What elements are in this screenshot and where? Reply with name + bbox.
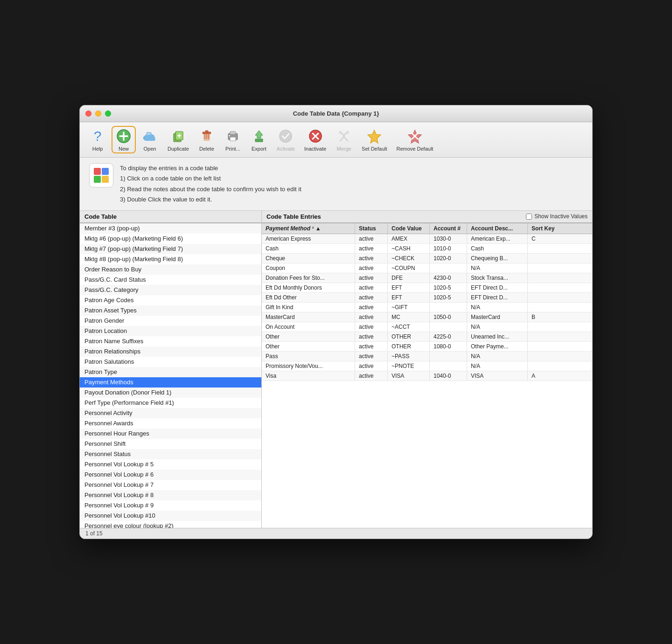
table-body[interactable]: American ExpressactiveAMEX1030-0American… <box>262 234 592 528</box>
list-item[interactable]: Personnel Vol Lookup # 8 <box>80 490 261 500</box>
inactivate-label: Inactivate <box>304 146 326 152</box>
list-item[interactable]: Patron Age Codes <box>80 295 261 305</box>
show-inactive-container: Show Inactive Values <box>526 213 588 220</box>
list-item[interactable]: Personnel eye colour (lookup #2) <box>80 521 261 528</box>
list-item[interactable]: Perf Type (Performance Field #1) <box>80 398 261 408</box>
list-item[interactable]: Pass/G.C. Card Status <box>80 275 261 285</box>
column-header-3[interactable]: Account # <box>430 223 467 234</box>
table-row[interactable]: MasterCardactiveMC1050-0MasterCardB <box>262 312 592 322</box>
list-item[interactable]: Personnel Vol Lookup # 5 <box>80 459 261 470</box>
open-label: Open <box>144 146 156 152</box>
list-item[interactable]: Patron Salutations <box>80 357 261 367</box>
table-row[interactable]: OtheractiveOTHER1080-0Other Payme... <box>262 342 592 352</box>
close-button[interactable] <box>85 111 91 117</box>
export-button[interactable]: Export <box>247 126 271 153</box>
table-row[interactable]: Passactive~PASSN/A <box>262 352 592 361</box>
table-cell <box>528 244 560 253</box>
list-item[interactable]: Personnel Vol Lookup #10 <box>80 511 261 521</box>
svg-rect-29 <box>94 168 101 175</box>
info-section: To display the entries in a code table 1… <box>80 158 592 210</box>
new-icon <box>115 128 132 145</box>
list-item[interactable]: Patron Name Suffixes <box>80 336 261 346</box>
right-header-title: Code Table Entries <box>266 213 321 220</box>
table-cell: MasterCard <box>262 312 355 322</box>
list-item[interactable]: Pass/G.C. Category <box>80 285 261 295</box>
table-cell: N/A <box>467 361 528 371</box>
table-cell: 1020-0 <box>430 254 467 263</box>
remove-default-button[interactable]: Remove Default <box>393 126 437 153</box>
table-row[interactable]: Cashactive~CASH1010-0Cash <box>262 244 592 254</box>
table-row[interactable]: On Accountactive~ACCTN/A <box>262 322 592 332</box>
list-item[interactable]: Member #3 (pop-up) <box>80 223 261 234</box>
window-title: Code Table Data {Company 1} <box>293 110 379 117</box>
table-cell <box>528 273 560 283</box>
duplicate-icon <box>170 128 187 145</box>
list-item[interactable]: Patron Gender <box>80 316 261 326</box>
column-header-0[interactable]: Payment Method ¹ ▲ <box>262 223 355 234</box>
table-cell: active <box>355 312 388 322</box>
open-icon <box>141 128 158 145</box>
table-cell <box>430 263 467 273</box>
set-default-icon <box>366 128 383 145</box>
list-item[interactable]: Mktg #6 (pop-up) (Marketing Field 6) <box>80 234 261 244</box>
list-item[interactable]: Order Reason to Buy <box>80 264 261 275</box>
show-inactive-checkbox[interactable] <box>526 214 532 220</box>
code-table-list[interactable]: Member #3 (pop-up)Mktg #6 (pop-up) (Mark… <box>80 223 261 528</box>
maximize-button[interactable] <box>105 111 111 117</box>
table-row[interactable]: Couponactive~COUPNN/A <box>262 263 592 273</box>
column-header-2[interactable]: Code Value <box>388 223 430 234</box>
status-bar: 1 of 15 <box>80 528 592 539</box>
table-row[interactable]: Eft Dd OtheractiveEFT1020-5EFT Direct D.… <box>262 293 592 303</box>
set-default-button[interactable]: Set Default <box>358 126 391 153</box>
print-button[interactable]: Print... <box>221 126 245 153</box>
list-item[interactable]: Patron Type <box>80 367 261 377</box>
svg-marker-24 <box>338 131 341 134</box>
list-item[interactable]: Personnel Vol Lookup # 9 <box>80 500 261 511</box>
right-panel-header: Code Table Entries Show Inactive Values <box>262 211 592 223</box>
list-item[interactable]: Patron Asset Types <box>80 305 261 316</box>
list-item[interactable]: Patron Relationships <box>80 346 261 357</box>
inactivate-button[interactable]: Inactivate <box>301 126 330 153</box>
column-header-4[interactable]: Account Desc... <box>467 223 528 234</box>
column-header-1[interactable]: Status <box>355 223 388 234</box>
minimize-button[interactable] <box>95 111 101 117</box>
table-row[interactable]: Promissory Note/Vou...active~PNOTEN/A <box>262 361 592 371</box>
table-row[interactable]: OtheractiveOTHER4225-0Unearned Inc... <box>262 332 592 342</box>
activate-button[interactable]: Activate <box>273 126 299 153</box>
list-item[interactable]: Personnel Awards <box>80 418 261 429</box>
table-row[interactable]: VisaactiveVISA1040-0VISAA <box>262 371 592 381</box>
help-button[interactable]: ? Help <box>85 126 110 153</box>
table-cell: Eft Dd Monthly Donors <box>262 283 355 292</box>
table-row[interactable]: Chequeactive~CHECK1020-0Chequeing B... <box>262 254 592 263</box>
merge-button[interactable]: Merge <box>332 126 356 153</box>
table-cell: ~GIFT <box>388 303 430 312</box>
show-inactive-label[interactable]: Show Inactive Values <box>534 213 588 220</box>
open-button[interactable]: Open <box>138 126 162 153</box>
list-item[interactable]: Personnel Shift <box>80 439 261 449</box>
table-cell: A <box>528 371 560 381</box>
list-item[interactable]: Personnel Hour Ranges <box>80 429 261 439</box>
left-panel: Code Table Member #3 (pop-up)Mktg #6 (po… <box>80 211 262 528</box>
list-item[interactable]: Personnel Vol Lookup # 7 <box>80 480 261 490</box>
list-item[interactable]: Mktg #7 (pop-up) (Marketing Field 7) <box>80 244 261 254</box>
table-cell: active <box>355 303 388 312</box>
list-item[interactable]: Payment Methods <box>80 377 261 388</box>
list-item[interactable]: Payout Donation (Donor Field 1) <box>80 388 261 398</box>
table-cell <box>430 322 467 332</box>
table-row[interactable]: Eft Dd Monthly DonorsactiveEFT1020-5EFT … <box>262 283 592 293</box>
table-row[interactable]: Donation Fees for Sto...activeDFE4230-0S… <box>262 273 592 283</box>
duplicate-button[interactable]: Duplicate <box>164 126 193 153</box>
column-header-5[interactable]: Sort Key <box>528 223 560 234</box>
table-row[interactable]: American ExpressactiveAMEX1030-0American… <box>262 234 592 244</box>
delete-button[interactable]: Delete <box>195 126 219 153</box>
table-cell: active <box>355 283 388 292</box>
list-item[interactable]: Personnel Vol Lookup # 6 <box>80 470 261 480</box>
list-item[interactable]: Personnel Status <box>80 449 261 459</box>
new-button[interactable]: New <box>112 126 136 153</box>
list-item[interactable]: Mktg #8 (pop-up) (Marketing Field 8) <box>80 254 261 264</box>
list-item[interactable]: Personnel Activity <box>80 408 261 418</box>
list-item[interactable]: Patron Location <box>80 326 261 336</box>
table-cell <box>430 303 467 312</box>
table-row[interactable]: Gift In Kindactive~GIFTN/A <box>262 303 592 312</box>
svg-point-19 <box>280 130 292 142</box>
